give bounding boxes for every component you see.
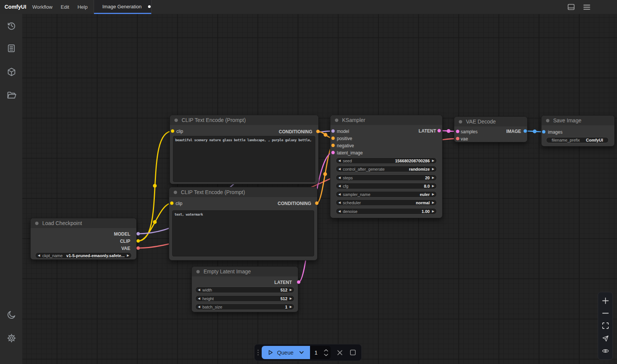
next-arrow-icon[interactable]: ▶ [430,166,437,172]
menu-workflow[interactable]: Workflow [32,0,52,14]
node-library-icon[interactable] [6,43,16,53]
node-header[interactable]: CLIP Text Encode (Prompt) [170,115,318,125]
prev-arrow-icon[interactable]: ◀ [336,174,343,181]
app-logo[interactable]: ComfyUI [5,0,26,14]
node-header[interactable]: CLIP Text Encode (Prompt) [169,187,317,197]
tab-image-generation[interactable]: Image Generation [94,0,151,14]
node-load-checkpoint[interactable]: Load Checkpoint MODEL CLIP VAE ◀ ckpt_na… [30,218,137,260]
widget-denoise[interactable]: ◀denoise1.00▶ [336,208,437,214]
prev-arrow-icon[interactable]: ◀ [336,191,343,197]
collapse-dot[interactable] [174,191,177,194]
next-arrow-icon[interactable]: ▶ [430,174,437,181]
chevron-down-icon[interactable] [299,350,304,355]
node-clip-text-encode-negative[interactable]: CLIP Text Encode (Prompt) clip CONDITION… [169,187,318,261]
widget-steps[interactable]: ◀steps20▶ [336,174,437,181]
prev-arrow-icon[interactable]: ◀ [35,252,42,259]
menu-edit[interactable]: Edit [61,0,69,14]
widget-filename-prefix[interactable]: filename_prefix ComfyUI [546,137,609,143]
model-library-icon[interactable] [6,67,16,77]
batch-count-box[interactable]: 1 [310,346,331,359]
output-conditioning[interactable]: CONDITIONING [279,129,312,134]
graph-canvas[interactable] [22,14,617,364]
next-arrow-icon[interactable]: ▶ [430,199,437,206]
prev-arrow-icon[interactable]: ◀ [336,166,343,172]
next-arrow-icon[interactable]: ▶ [287,295,294,302]
widget-height[interactable]: ◀height512▶ [195,295,295,302]
node-vae-decode[interactable]: VAE Decode samples vae IMAGE [454,116,528,142]
input-clip[interactable]: clip [176,201,182,206]
prev-arrow-icon[interactable]: ◀ [336,157,343,164]
next-arrow-icon[interactable]: ▶ [430,191,437,197]
widget-ckpt-name[interactable]: ◀ ckpt_name v1-5-pruned-emaonly.safete..… [35,252,132,259]
output-conditioning[interactable]: CONDITIONING [278,201,311,206]
batch-count-value[interactable]: 1 [310,350,322,356]
input-samples[interactable]: samples [461,129,478,134]
zoom-out-icon[interactable] [602,310,609,317]
node-header[interactable]: Empty Latent Image [192,267,298,276]
theme-toggle-icon[interactable] [6,310,16,319]
menu-help[interactable]: Help [77,0,88,14]
next-arrow-icon[interactable]: ▶ [430,208,437,214]
toggle-link-visibility-icon[interactable] [602,347,609,355]
queue-history-icon[interactable] [6,21,16,31]
collapse-dot[interactable] [196,270,200,273]
prev-arrow-icon[interactable]: ◀ [196,295,202,302]
collapse-dot[interactable] [35,222,39,225]
hamburger-menu-icon[interactable] [582,0,591,14]
output-clip[interactable]: CLIP [120,239,130,244]
node-empty-latent-image[interactable]: Empty Latent Image LATENT ◀width512▶ ◀he… [191,266,298,312]
widget-sampler-name[interactable]: ◀sampler_nameeuler▶ [336,191,437,197]
node-header[interactable]: VAE Decode [454,117,527,126]
prompt-text[interactable]: beautiful scenery nature glass bottle la… [173,136,315,182]
collapse-dot[interactable] [546,119,549,122]
input-vae[interactable]: vae [461,136,468,142]
prev-arrow-icon[interactable]: ◀ [336,199,343,206]
widget-seed[interactable]: ◀seed156680208700286▶ [336,157,437,164]
prompt-text[interactable]: text, watermark [172,210,314,256]
prev-arrow-icon[interactable]: ◀ [196,287,202,293]
workflows-icon[interactable] [6,90,16,100]
settings-icon[interactable] [6,333,16,343]
collapse-dot[interactable] [174,119,178,122]
node-header[interactable]: KSampler [330,115,442,125]
output-image[interactable]: IMAGE [506,129,521,134]
input-positive[interactable]: positive [337,136,352,141]
spinner-up-icon[interactable] [324,349,328,352]
drag-handle-icon[interactable] [255,350,262,355]
next-arrow-icon[interactable]: ▶ [287,287,294,293]
node-header[interactable]: Load Checkpoint [31,218,136,228]
output-latent[interactable]: LATENT [419,128,436,134]
widget-cfg[interactable]: ◀cfg8.0▶ [336,183,437,189]
batch-count-spinner[interactable] [322,349,330,356]
next-arrow-icon[interactable]: ▶ [125,252,131,259]
queue-button[interactable]: Queue [262,346,310,359]
fit-view-icon[interactable] [602,322,609,330]
collapse-dot[interactable] [459,120,462,123]
next-arrow-icon[interactable]: ▶ [287,304,294,310]
output-vae[interactable]: VAE [121,246,130,251]
widget-width[interactable]: ◀width512▶ [195,287,295,293]
node-header[interactable]: Save Image [541,116,614,125]
zoom-in-icon[interactable] [602,297,609,305]
input-latent-image[interactable]: latent_image [337,150,363,156]
node-clip-text-encode-positive[interactable]: CLIP Text Encode (Prompt) clip CONDITION… [170,115,319,184]
prev-arrow-icon[interactable]: ◀ [336,208,343,214]
clear-queue-icon[interactable] [335,350,344,356]
widget-scheduler[interactable]: ◀schedulernormal▶ [336,199,437,206]
input-negative[interactable]: negative [337,143,354,148]
output-model[interactable]: MODEL [114,231,130,237]
input-images[interactable]: images [548,130,563,135]
input-model[interactable]: model [337,129,349,134]
bottom-panel-toggle-icon[interactable] [566,0,575,14]
widget-control-after-generate[interactable]: ◀control_after_generaterandomize▶ [336,166,437,172]
stop-icon[interactable] [348,350,357,355]
collapse-dot[interactable] [335,119,338,122]
node-ksampler[interactable]: KSampler model positive negative latent_… [330,115,443,218]
prev-arrow-icon[interactable]: ◀ [336,183,343,189]
next-arrow-icon[interactable]: ▶ [430,157,437,164]
input-clip[interactable]: clip [176,129,183,134]
widget-batch-size[interactable]: ◀batch_size1▶ [195,304,295,310]
node-save-image[interactable]: Save Image images filename_prefix ComfyU… [541,115,615,147]
next-arrow-icon[interactable]: ▶ [430,183,437,189]
spinner-down-icon[interactable] [324,354,328,356]
